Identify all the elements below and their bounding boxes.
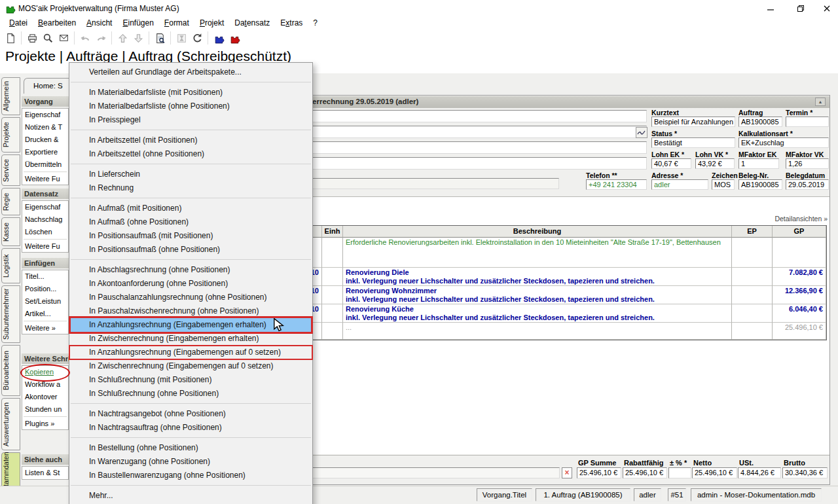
context-menu-item-in-anzahlungsrechnung-eingabemengen-auf-0-setzen[interactable]: In Anzahlungsrechnung (Eingabemengen auf… (69, 346, 312, 359)
menu-help[interactable]: ? (308, 18, 323, 29)
context-menu-item-in-positionsaufmaß-ohne-positionen[interactable]: In Positionsaufmaß (ohne Positionen) (69, 243, 312, 257)
detail-views-link[interactable]: Detailansichten » (774, 215, 828, 223)
move-down-icon[interactable] (130, 30, 146, 46)
hourglass-icon[interactable] (173, 30, 189, 46)
print-icon[interactable] (24, 30, 40, 46)
sidebar-link-artikel[interactable]: Artikel... (22, 308, 68, 320)
field-value-belegdatum[interactable]: 29.05.2019 (786, 179, 829, 190)
table-cell-beschreibung[interactable]: Renovierung Dieleinkl. Verlegung neuer L… (343, 268, 732, 286)
field-value-adresse[interactable]: adler (651, 179, 708, 190)
sidebar-link-drucken[interactable]: Drucken & (22, 134, 68, 146)
table-cell-gp[interactable]: 12.366,90 € (773, 286, 826, 304)
redo-icon[interactable] (93, 30, 109, 46)
context-menu-item-in-materialbedarfsliste-ohne-positionen[interactable]: In Materialbedarfsliste (ohne Positionen… (69, 99, 312, 113)
context-menu-item-in-warenzugang-ohne-positionen[interactable]: In Warenzugang (ohne Positionen) (69, 455, 312, 469)
table-cell[interactable] (322, 286, 343, 304)
sidebar-link-position[interactable]: Position... (22, 283, 68, 295)
refresh-icon[interactable] (189, 30, 205, 46)
module-tab-service[interactable]: Service (1, 154, 20, 186)
signature-icon[interactable] (636, 127, 647, 138)
field-value-kalkulationsart[interactable]: EK+Zuschlag (738, 137, 829, 148)
restore-button[interactable] (791, 3, 811, 14)
module-tab-logistik[interactable]: Logistik (1, 248, 20, 283)
menu-datensatz[interactable]: Datensatz (229, 18, 275, 29)
summary-value-rabattfähig[interactable]: 25.496,10 € (623, 467, 667, 478)
new-document-icon[interactable] (3, 30, 18, 46)
field-value-beleg-nr[interactable]: AB1900085 (738, 179, 782, 190)
email-icon[interactable] (56, 30, 71, 46)
sidebar-link-löschen[interactable]: Löschen (22, 226, 68, 238)
module-tab-auswertungen[interactable]: Auswertungen (1, 398, 20, 450)
sidebar-link-notizen-t[interactable]: Notizen & T (22, 121, 68, 134)
context-menu-item-in-rechnung[interactable]: In Rechnung (69, 181, 312, 195)
sidebar-link-eigenschaf[interactable]: Eigenschaf (22, 201, 68, 213)
menu-datei[interactable]: Datei (4, 18, 33, 29)
table-cell-gp[interactable]: 6.046,40 € (773, 304, 826, 323)
context-menu-item-in-anzahlungsrechnung-eingabemengen-erhalten[interactable]: In Anzahlungsrechnung (Eingabemengen erh… (69, 318, 312, 332)
field-value-telefon[interactable]: +49 241 23304 (586, 179, 647, 190)
context-menu-item-in-positionsaufmaß-mit-positionen[interactable]: In Positionsaufmaß (mit Positionen) (69, 229, 312, 243)
collapse-arrow-icon[interactable]: ▲ (815, 98, 826, 106)
sidebar-link-übermitteln[interactable]: Übermitteln (22, 158, 68, 171)
context-menu-item-verteilen-auf-grundlage-der-arbeitspakete[interactable]: Verteilen auf Grundlage der Arbeitspaket… (69, 65, 312, 79)
sidebar-link-kopieren[interactable]: Kopieren (22, 366, 68, 378)
field-value-mfaktor-vk[interactable]: 1,26 (786, 158, 829, 169)
sidebar-link-exportiere[interactable]: Exportiere (22, 146, 68, 158)
module-tab-allgemein[interactable]: Allgemein (1, 77, 20, 115)
menu-projekt[interactable]: Projekt (194, 18, 229, 29)
context-menu-item-in-preisspiegel[interactable]: In Preisspiegel (69, 113, 312, 127)
summary-value-gp-summe[interactable]: 25.496,10 € (577, 467, 621, 478)
context-menu-item-mehr[interactable]: Mehr... (69, 489, 312, 503)
undo-icon[interactable] (77, 30, 93, 46)
module-tab-projekte[interactable]: Projekte (1, 117, 20, 153)
table-cell-gp[interactable]: 7.082,80 € (773, 268, 826, 286)
move-up-icon[interactable] (115, 30, 130, 46)
table-cell-gp[interactable] (773, 238, 826, 268)
context-menu-item-in-schlußrechnung-ohne-positionen[interactable]: In Schlußrechnung (ohne Positionen) (69, 387, 312, 401)
sidebar-link-nachschlag[interactable]: Nachschlag (22, 213, 68, 226)
table-cell-beschreibung[interactable]: Erforderliche Renovierungsarbeiten inkl.… (343, 238, 732, 268)
sidebar-link-akontover[interactable]: Akontover (22, 391, 68, 403)
table-cell-beschreibung[interactable]: Renovierung Kücheinkl. Verlegung neuer L… (343, 304, 732, 323)
field-value-termin[interactable] (786, 117, 829, 127)
module-tab-kasse[interactable]: Kasse (1, 217, 20, 246)
menu-einfügen[interactable]: Einfügen (117, 18, 158, 29)
sidebar-link-weitere[interactable]: Weitere » (22, 322, 68, 334)
menu-ansicht[interactable]: Ansicht (81, 18, 117, 29)
sidebar-link-plugins[interactable]: Plugins » (22, 418, 68, 430)
field-value-auftrag[interactable]: AB1900085 (738, 117, 782, 127)
context-menu-item-in-zwischenrechnung-eingabemengen-erhalten[interactable]: In Zwischenrechnung (Eingabemengen erhal… (69, 332, 312, 346)
sidebar-link-eigenschaf[interactable]: Eigenschaf (22, 109, 68, 121)
context-menu-item-in-baustellenwarenzugang-ohne-positionen[interactable]: In Baustellenwarenzugang (ohne Positione… (69, 469, 312, 482)
close-button[interactable] (817, 3, 837, 14)
module-tab-büroarbeiten[interactable]: Büroarbeiten (1, 345, 20, 396)
plugin-blue-icon[interactable] (211, 30, 227, 46)
table-cell[interactable] (322, 304, 343, 323)
context-menu-item-in-zwischenrechnung-eingabemengen-auf-0-setzen[interactable]: In Zwischenrechnung (Eingabemengen auf 0… (69, 359, 312, 373)
table-cell[interactable] (732, 286, 773, 304)
sidebar-link-set-leistun[interactable]: Set/Leistun (22, 295, 68, 308)
context-menu-item-in-materialbedarfsliste-mit-positionen[interactable]: In Materialbedarfsliste (mit Positionen) (69, 86, 312, 99)
context-menu-item-in-akontoanforderung-ohne-positionen[interactable]: In Akontoanforderung (ohne Positionen) (69, 277, 312, 291)
table-header-beschreibung[interactable]: Beschreibung (343, 226, 732, 238)
print-preview-icon[interactable] (40, 30, 56, 46)
summary-value-netto[interactable]: 25.496,10 € (692, 467, 737, 478)
menu-format[interactable]: Format (159, 18, 194, 29)
context-menu-item-in-bestellung-ohne-positionen[interactable]: In Bestellung (ohne Positionen) (69, 441, 312, 455)
context-menu-item-in-nachtragsauftrag-ohne-positionen[interactable]: In Nachtragsauftrag (ohne Positionen) (69, 421, 312, 435)
sidebar-link-workflow-a[interactable]: Workflow a (22, 378, 68, 391)
sidebar-link-weitere-fu[interactable]: Weitere Fu (22, 240, 68, 253)
table-cell[interactable] (322, 268, 343, 286)
menu-extras[interactable]: Extras (275, 18, 308, 29)
context-menu-item-in-abschlagsrechnung-ohne-positionen[interactable]: In Abschlagsrechnung (ohne Positionen) (69, 263, 312, 277)
clear-x-icon[interactable]: × (562, 467, 572, 478)
module-tab-subunternehmer[interactable]: Subunternehmer (1, 285, 20, 343)
field-value-mfaktor-ek[interactable]: 1 (738, 158, 779, 169)
module-tab-regie[interactable]: Regie (1, 188, 20, 215)
context-menu-item-in-lieferschein[interactable]: In Lieferschein (69, 168, 312, 181)
context-menu-item-in-arbeitszettel-ohne-positionen[interactable]: In Arbeitszettel (ohne Positionen) (69, 147, 312, 161)
context-menu-item-in-aufmaß-ohne-positionen[interactable]: In Aufmaß (ohne Positionen) (69, 215, 312, 229)
sidebar-link-titel[interactable]: Titel... (22, 270, 68, 283)
summary-value-brutto[interactable]: 30.340,36 € (782, 467, 828, 478)
table-cell[interactable] (732, 268, 773, 286)
